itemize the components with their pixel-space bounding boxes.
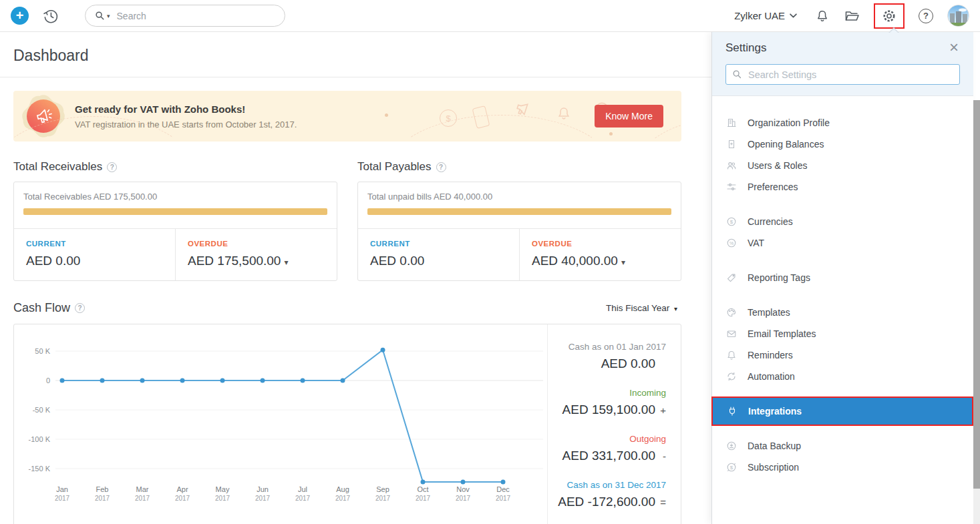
title-divider bbox=[0, 77, 711, 77]
receivables-overdue-label: OVERDUE bbox=[188, 240, 325, 248]
receivables-card: Total Receivables AED 175,500.00 CURRENT… bbox=[13, 182, 337, 281]
search-icon bbox=[732, 69, 742, 79]
svg-text:2017: 2017 bbox=[255, 495, 271, 502]
settings-item-label: Integrations bbox=[748, 406, 802, 417]
search-icon bbox=[95, 11, 105, 21]
svg-text:Sep: Sep bbox=[376, 485, 389, 493]
payables-card: Total unpaid bills AED 40,000.00 CURRENT… bbox=[357, 182, 681, 281]
banner-title: Get ready for VAT with Zoho Books! bbox=[75, 103, 297, 115]
recent-history-button[interactable] bbox=[42, 7, 59, 25]
receivables-progress-bar bbox=[23, 208, 327, 215]
phone-doodle-icon bbox=[472, 105, 490, 129]
svg-text:2017: 2017 bbox=[95, 495, 110, 502]
email-icon bbox=[726, 328, 738, 339]
settings-item-reporting-tags[interactable]: Reporting Tags bbox=[712, 267, 973, 288]
settings-button[interactable] bbox=[881, 8, 897, 24]
svg-text:Dec: Dec bbox=[496, 485, 510, 493]
top-navbar: + ▾ Zylker UAE bbox=[0, 0, 980, 32]
settings-item-label: Templates bbox=[748, 307, 790, 318]
arc-doodle bbox=[387, 115, 615, 142]
megaphone-doodle-icon bbox=[513, 99, 533, 121]
dot-doodle bbox=[385, 113, 388, 117]
settings-item-currencies[interactable]: $ Currencies bbox=[712, 211, 973, 232]
svg-text:$: $ bbox=[730, 465, 733, 471]
search-input[interactable] bbox=[116, 10, 275, 22]
svg-text:2017: 2017 bbox=[55, 495, 70, 502]
settings-item-email-templates[interactable]: Email Templates bbox=[712, 323, 973, 344]
svg-text:Aug: Aug bbox=[336, 485, 349, 493]
chevron-down-icon: ▾ bbox=[621, 258, 625, 267]
vat-banner: Get ready for VAT with Zoho Books! VAT r… bbox=[13, 91, 681, 142]
payables-help-icon[interactable]: ? bbox=[436, 162, 446, 172]
settings-item-vat[interactable]: % VAT bbox=[712, 232, 973, 254]
folder-icon bbox=[844, 8, 860, 24]
organization-dropdown[interactable]: Zylker UAE bbox=[730, 9, 801, 22]
receivables-summary: Total Receivables AED 175,500.00 bbox=[23, 192, 327, 202]
payables-title: Total Payables bbox=[357, 160, 432, 174]
building-icon bbox=[726, 117, 738, 128]
settings-item-label: Currencies bbox=[748, 216, 793, 227]
settings-item-automation[interactable]: Automation bbox=[712, 366, 973, 387]
percent-circle-icon: % bbox=[726, 238, 738, 248]
user-avatar[interactable] bbox=[947, 5, 969, 27]
settings-item-label: Preferences bbox=[748, 182, 798, 192]
page-title: Dashboard bbox=[13, 47, 695, 65]
svg-text:-150 K: -150 K bbox=[29, 465, 51, 473]
svg-text:-100 K: -100 K bbox=[29, 435, 51, 443]
receivables-help-icon[interactable]: ? bbox=[107, 162, 117, 172]
receivables-current-label: CURRENT bbox=[26, 240, 163, 248]
chevron-down-icon: ▾ bbox=[284, 258, 288, 267]
payables-progress-bar bbox=[367, 208, 671, 215]
payables-current-value: AED 0.00 bbox=[370, 254, 507, 268]
payables-overdue-dropdown[interactable]: AED 40,000.00▾ bbox=[532, 254, 669, 268]
scrollbar-track[interactable] bbox=[973, 100, 980, 524]
avatar-photo bbox=[948, 5, 969, 27]
scrollbar-thumb[interactable] bbox=[973, 100, 980, 489]
cashflow-chart: 50 K0-50 K-100 K-150 KJan2017Feb2017Mar2… bbox=[21, 336, 548, 511]
svg-text:$: $ bbox=[730, 219, 733, 225]
svg-text:Mar: Mar bbox=[136, 485, 149, 493]
chevron-down-icon bbox=[790, 13, 797, 18]
payables-current-label: CURRENT bbox=[370, 240, 507, 248]
receivables-overdue-dropdown[interactable]: AED 175,500.00▾ bbox=[188, 254, 325, 268]
search-category-caret-icon[interactable]: ▾ bbox=[107, 13, 110, 19]
settings-item-organization-profile[interactable]: Organization Profile bbox=[712, 112, 973, 134]
cashflow-help-icon[interactable]: ? bbox=[75, 303, 85, 313]
receivables-title: Total Receivables bbox=[13, 160, 102, 174]
svg-text:Jul: Jul bbox=[298, 485, 307, 493]
help-button[interactable]: ? bbox=[919, 9, 933, 23]
total-receivables-section: Total Receivables ? Total Receivables AE… bbox=[13, 160, 337, 281]
know-more-button[interactable]: Know More bbox=[595, 105, 663, 127]
megaphone-badge-icon bbox=[24, 97, 63, 136]
settings-search-input[interactable] bbox=[747, 69, 953, 81]
dollar-circle-icon: $ bbox=[726, 216, 738, 227]
payables-overdue-label: OVERDUE bbox=[532, 240, 669, 248]
settings-item-label: Users & Roles bbox=[748, 160, 807, 171]
svg-text:Oct: Oct bbox=[417, 485, 428, 493]
notifications-button[interactable] bbox=[815, 9, 830, 23]
svg-text:50 K: 50 K bbox=[35, 347, 50, 355]
settings-item-opening-balances[interactable]: Opening Balances bbox=[712, 134, 973, 155]
close-icon[interactable]: × bbox=[945, 39, 963, 56]
svg-text:-50 K: -50 K bbox=[33, 406, 51, 414]
svg-text:Jun: Jun bbox=[257, 485, 269, 493]
users-icon bbox=[726, 160, 738, 171]
quick-create-button[interactable]: + bbox=[11, 7, 29, 25]
cashflow-title: Cash Flow bbox=[13, 301, 70, 315]
documents-button[interactable] bbox=[844, 8, 860, 24]
settings-item-subscription[interactable]: $ Subscription bbox=[712, 457, 973, 478]
svg-text:Nov: Nov bbox=[456, 485, 470, 493]
fiscal-year-dropdown[interactable]: This Fiscal Year ▾ bbox=[602, 302, 681, 314]
settings-item-label: Data Backup bbox=[748, 441, 801, 451]
svg-text:Jan: Jan bbox=[56, 485, 68, 493]
settings-item-data-backup[interactable]: Data Backup bbox=[712, 435, 973, 457]
settings-item-label: Automation bbox=[748, 371, 795, 382]
settings-item-reminders[interactable]: Reminders bbox=[712, 344, 973, 366]
settings-item-templates[interactable]: Templates bbox=[712, 302, 973, 323]
settings-item-label: Reporting Tags bbox=[748, 272, 810, 283]
settings-item-preferences[interactable]: Preferences bbox=[712, 176, 973, 198]
settings-item-users-roles[interactable]: Users & Roles bbox=[712, 155, 973, 176]
palette-icon bbox=[726, 307, 738, 318]
settings-item-integrations[interactable]: Integrations bbox=[713, 398, 972, 425]
settings-search bbox=[725, 64, 960, 85]
